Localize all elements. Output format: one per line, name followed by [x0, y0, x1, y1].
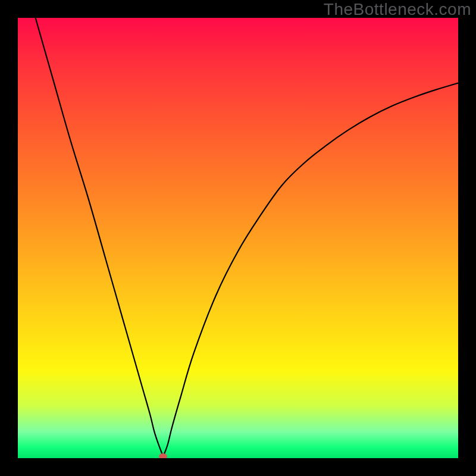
- bottleneck-curve: [18, 18, 458, 458]
- watermark-text: TheBottleneck.com: [324, 0, 471, 19]
- plot-area: [18, 18, 458, 458]
- minimum-marker-icon: [159, 453, 167, 458]
- chart-frame: TheBottleneck.com: [0, 0, 476, 476]
- curve-left-branch: [36, 18, 164, 456]
- curve-right-branch: [163, 83, 458, 457]
